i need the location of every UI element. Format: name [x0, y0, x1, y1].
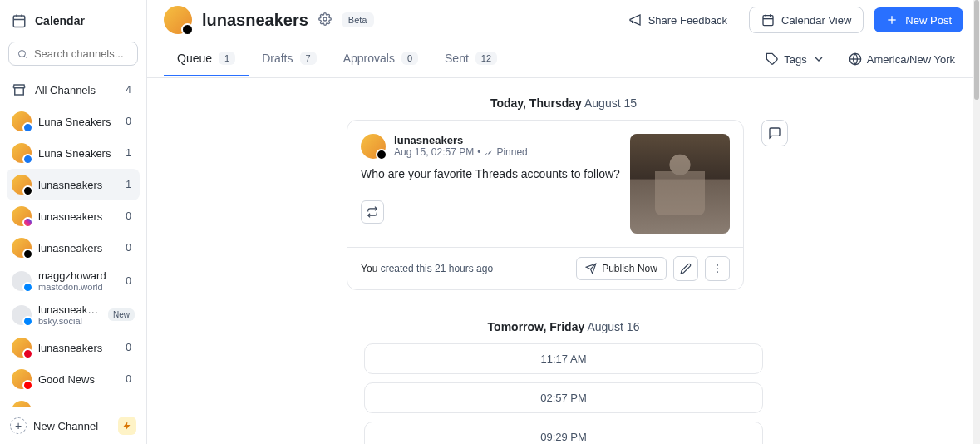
- sidebar-item-badge: 0: [122, 116, 135, 127]
- tab-sent-label: Sent: [445, 52, 469, 65]
- share-feedback-button[interactable]: Share Feedback: [617, 7, 739, 32]
- sidebar-header: Calendar: [0, 0, 146, 42]
- tags-button[interactable]: Tags: [757, 47, 833, 71]
- avatar: [12, 369, 32, 389]
- avatar: [12, 206, 32, 226]
- new-post-button[interactable]: New Post: [874, 7, 963, 32]
- sidebar-item-label: lunasneakers: [38, 210, 116, 223]
- main: lunasneakers Beta Share Feedback Calenda…: [147, 0, 980, 444]
- post-card[interactable]: lunasneakers Aug 15, 02:57 PM • Pinned: [347, 120, 744, 290]
- new-post-label: New Post: [905, 14, 952, 27]
- tabs: Queue 1 Drafts 7 Approvals 0 Sent 12 Tag…: [147, 41, 980, 78]
- more-button[interactable]: [705, 256, 730, 281]
- globe-icon: [849, 52, 862, 66]
- sidebar-title: Calendar: [35, 14, 85, 27]
- sidebar-item-badge: 1: [122, 179, 135, 190]
- avatar: [12, 338, 32, 358]
- edit-button[interactable]: [673, 256, 698, 281]
- pin-icon: [484, 148, 493, 157]
- publish-now-button[interactable]: Publish Now: [576, 257, 667, 280]
- threads-icon: [22, 185, 33, 196]
- sidebar-item-lunasneakers-4[interactable]: lunasneakers 0: [7, 232, 140, 264]
- day-today-strong: Today, Thursday: [490, 96, 582, 110]
- sidebar-item-luna-sneakers-1[interactable]: Luna Sneakers 1: [7, 137, 140, 169]
- svg-rect-7: [763, 16, 773, 26]
- more-vertical-icon: [712, 263, 723, 274]
- time-slot[interactable]: 09:29 PM: [364, 422, 763, 444]
- sidebar-item-label: Luna Sneakers: [38, 116, 116, 128]
- content-scroll[interactable]: Today, Thursday August 15: [147, 78, 980, 444]
- tab-sent[interactable]: Sent 12: [431, 42, 510, 76]
- bsky-icon: [22, 282, 33, 293]
- time-slot[interactable]: 11:17 AM: [364, 343, 763, 374]
- comment-icon: [768, 126, 781, 140]
- channel-list: All Channels 4 Luna Sneakers 0 Luna Snea…: [0, 74, 146, 407]
- tab-queue-count: 1: [219, 52, 235, 65]
- all-channels-count: 4: [122, 84, 135, 96]
- sidebar-item-luna-sneakers-0[interactable]: Luna Sneakers 0: [7, 106, 140, 137]
- send-icon: [585, 263, 597, 274]
- avatar: [12, 175, 32, 195]
- tab-approvals[interactable]: Approvals 0: [330, 42, 431, 76]
- sidebar-item-lunasneakers-7[interactable]: lunasneakers 0: [7, 332, 140, 363]
- all-channels-item[interactable]: All Channels 4: [7, 74, 140, 106]
- bsky-icon: [22, 316, 33, 327]
- tab-drafts[interactable]: Drafts 7: [249, 42, 329, 76]
- svg-point-6: [323, 17, 327, 21]
- sidebar-item-lunasneakers-3[interactable]: lunasneakers 0: [7, 200, 140, 232]
- sidebar-item-good-news-8[interactable]: Good News 0: [7, 363, 140, 395]
- post-author: lunasneakers: [394, 134, 528, 146]
- scrollbar[interactable]: [973, 0, 980, 444]
- sidebar-item-maggzhoward-5[interactable]: maggzhoward mastodon.world 0: [7, 264, 140, 298]
- sidebar-item-badge: 0: [122, 210, 135, 222]
- sidebar-item-label: Good News: [38, 373, 116, 386]
- scrollbar-thumb[interactable]: [974, 0, 979, 100]
- sidebar-item-label: lunasneakers: [38, 179, 116, 191]
- avatar: [12, 271, 32, 291]
- settings-button[interactable]: [318, 12, 332, 28]
- post-footer-text: You created this 21 hours ago: [361, 263, 569, 274]
- day-tomorrow-strong: Tomorrow, Friday: [488, 320, 585, 333]
- yt-icon: [22, 380, 33, 391]
- sidebar-item-lunasneakers-9[interactable]: LunaSneakers 1: [7, 395, 140, 407]
- time-slot[interactable]: 02:57 PM: [364, 382, 763, 413]
- reshare-button[interactable]: [361, 200, 384, 224]
- sidebar-item-lunasneakers-2[interactable]: lunasneakers 1: [7, 169, 140, 200]
- search-input[interactable]: [34, 47, 129, 60]
- sidebar-item-badge: 0: [122, 342, 135, 353]
- comment-button[interactable]: [761, 120, 788, 146]
- sidebar-item-sub: mastodon.world: [38, 282, 116, 292]
- tab-drafts-label: Drafts: [262, 52, 293, 65]
- chevron-down-icon: [812, 52, 825, 66]
- sidebar-item-label: lunasneakers: [38, 342, 116, 354]
- calendar-icon: [12, 13, 27, 28]
- search-input-wrapper[interactable]: [8, 42, 138, 66]
- upgrade-icon[interactable]: [118, 417, 136, 435]
- gear-icon: [318, 12, 332, 26]
- tab-approvals-label: Approvals: [343, 52, 395, 65]
- tag-icon: [766, 52, 779, 66]
- post-image: [630, 134, 730, 234]
- new-channel-button[interactable]: + New Channel: [0, 407, 146, 444]
- svg-line-5: [24, 56, 26, 57]
- sidebar-item-label: maggzhoward: [38, 269, 116, 282]
- timezone-button[interactable]: America/New York: [840, 47, 963, 71]
- sidebar-item-label: lunasneakersbsky...: [38, 303, 101, 316]
- ig-icon: [22, 217, 33, 228]
- share-feedback-label: Share Feedback: [648, 14, 727, 27]
- day-today-light: August 15: [584, 96, 637, 110]
- fb-icon: [22, 154, 33, 165]
- tab-queue[interactable]: Queue 1: [164, 42, 249, 76]
- svg-point-20: [717, 271, 718, 273]
- new-channel-label: New Channel: [33, 420, 111, 432]
- sidebar-item-label: Luna Sneakers: [38, 147, 116, 160]
- channel-avatar: [164, 6, 192, 34]
- sidebar-item-label: lunasneakers: [38, 242, 116, 254]
- page-title: lunasneakers: [202, 11, 308, 30]
- calendar-view-label: Calendar View: [781, 14, 851, 27]
- calendar-view-button[interactable]: Calendar View: [749, 7, 864, 33]
- post-avatar: [361, 134, 386, 159]
- sidebar-item-lunasneakersbsky--6[interactable]: lunasneakersbsky... bsky.social New: [7, 298, 140, 332]
- calendar-icon: [761, 13, 775, 27]
- day-tomorrow-light: August 16: [587, 320, 639, 333]
